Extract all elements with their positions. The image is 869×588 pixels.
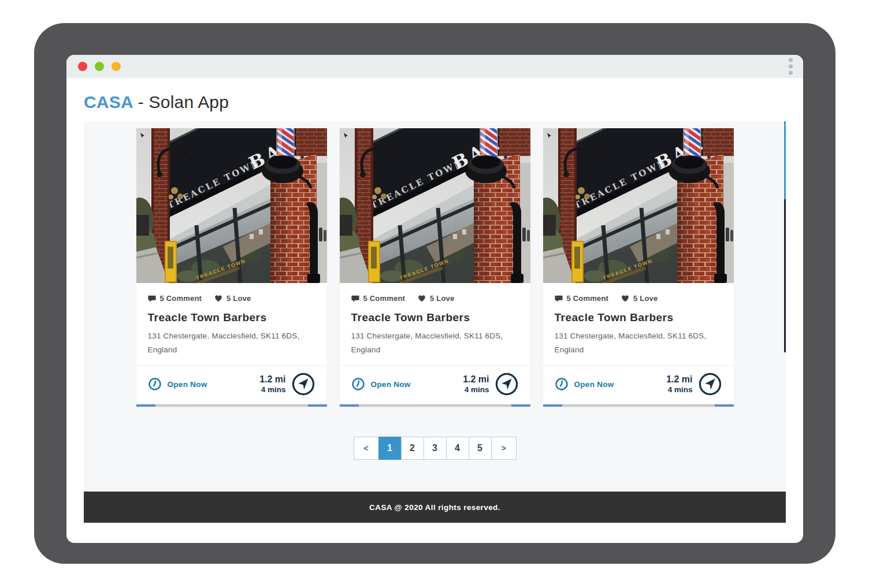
traffic-light-close-button[interactable] [78,62,87,71]
card-scrollbar[interactable] [340,404,530,407]
pagination-page-4[interactable]: 4 [446,437,469,460]
eta-value: 4 mins [259,385,285,395]
loves-stat[interactable]: 5 Love [214,294,251,303]
open-now-badge[interactable]: Open Now [555,377,614,391]
corner-bricks [499,128,530,156]
comments-stat[interactable]: 5 Comment [555,294,609,303]
content-area: TREACLE TOWN BARBERS TREACLE TOWN [84,121,786,492]
card-footer: Open Now 1.2 mi 4 mins [136,365,327,404]
loves-stat[interactable]: 5 Love [418,294,454,303]
comments-stat[interactable]: 5 Comment [148,294,202,303]
copyright-text: CASA @ 2020 All rights reserved. [369,503,500,512]
navigation-icon[interactable] [698,372,722,396]
corner-bricks [296,128,327,156]
comment-icon [148,295,156,303]
venue-photo[interactable]: TREACLE TOWN BARBERS TREACLE TOWN [340,128,530,283]
venue-card: TREACLE TOWN BARBERS TREACLE TOWN [136,128,327,407]
pagination: < 1 2 3 4 5 > [84,437,786,460]
vending-machine [369,241,380,282]
card-scrollbar-thumb-right[interactable] [715,404,734,407]
open-now-label: Open Now [574,380,614,389]
card-scrollbar-thumb-left[interactable] [340,404,359,407]
street-right [723,163,734,283]
venue-card-list: TREACLE TOWN BARBERS TREACLE TOWN [84,121,786,407]
window-menu-icon[interactable] [789,58,793,75]
window-body: CASA- Solan App [66,78,803,523]
loves-stat[interactable]: 5 Love [621,294,658,303]
navigation-icon[interactable] [291,372,315,396]
venue-photo[interactable]: TREACLE TOWN BARBERS TREACLE TOWN [543,128,734,283]
loves-label: 5 Love [226,294,251,303]
distance-value: 1.2 mi [666,374,692,385]
comment-icon [555,295,563,303]
pagination-page-5[interactable]: 5 [469,437,492,460]
pagination-prev-button[interactable]: < [354,437,379,460]
eta-value: 4 mins [463,385,489,395]
open-now-label: Open Now [371,380,411,389]
browser-window: CASA- Solan App [66,55,803,543]
card-footer: Open Now 1.2 mi 4 mins [543,365,734,404]
pagination-page-3[interactable]: 3 [424,437,447,460]
street-right [317,163,327,283]
card-scrollbar-thumb-left[interactable] [136,404,155,407]
venue-card: TREACLE TOWN BARBERS TREACLE TOWN [340,128,530,407]
card-scrollbar[interactable] [136,404,327,407]
venue-title[interactable]: Treacle Town Barbers [555,311,722,324]
pagination-page-2[interactable]: 2 [401,437,424,460]
vertical-scrollbar-segment-dark[interactable] [784,199,786,352]
distance-text: 1.2 mi 4 mins [463,374,489,394]
storefront-photo-illustration: TREACLE TOWN BARBERS TREACLE TOWN [340,128,530,283]
card-scrollbar-thumb-right[interactable] [511,404,530,407]
pagination-page-1[interactable]: 1 [378,437,402,460]
storefront-photo-illustration: TREACLE TOWN BARBERS TREACLE TOWN [136,128,327,283]
street-right [520,163,530,283]
distance-text: 1.2 mi 4 mins [666,374,692,394]
distance-block: 1.2 mi 4 mins [463,372,518,396]
distance-value: 1.2 mi [259,374,285,385]
venue-photo[interactable]: TREACLE TOWN BARBERS TREACLE TOWN [136,128,327,283]
card-body: 5 Comment 5 Love Treacle Town Barbers 13… [340,283,530,356]
eta-value: 4 mins [666,385,692,395]
vertical-scrollbar-segment-blue[interactable] [784,121,786,199]
card-body: 5 Comment 5 Love Treacle Town Barbers 13… [136,283,327,356]
corner-bricks [703,128,734,156]
clock-icon [148,377,162,391]
pagination-next-button[interactable]: > [491,437,517,460]
vertical-scrollbar[interactable] [784,121,786,352]
browser-chrome [66,55,803,78]
distance-value: 1.2 mi [463,374,489,385]
clock-icon [555,377,569,391]
distance-block: 1.2 mi 4 mins [666,372,722,396]
card-meta: 5 Comment 5 Love [555,294,722,303]
device-frame: CASA- Solan App [34,23,835,564]
open-now-badge[interactable]: Open Now [148,377,207,391]
traffic-light-zoom-button[interactable] [112,62,121,71]
vending-machine [165,241,176,282]
page-subtitle: - Solan App [138,92,229,111]
navigation-icon[interactable] [495,372,519,396]
traffic-light-minimize-button[interactable] [95,62,104,71]
venue-title[interactable]: Treacle Town Barbers [351,311,519,324]
loves-label: 5 Love [430,294,454,303]
comments-label: 5 Comment [363,294,406,303]
open-now-badge[interactable]: Open Now [351,377,411,391]
card-meta: 5 Comment 5 Love [351,294,519,303]
vending-machine [572,241,583,282]
card-scrollbar[interactable] [543,404,734,407]
storefront-photo-illustration: TREACLE TOWN BARBERS TREACLE TOWN [543,128,734,283]
page-title: CASA- Solan App [84,78,786,121]
card-body: 5 Comment 5 Love Treacle Town Barbers 13… [543,283,734,356]
loves-label: 5 Love [633,294,658,303]
distance-text: 1.2 mi 4 mins [259,374,285,394]
card-scrollbar-thumb-right[interactable] [308,404,327,407]
comments-label: 5 Comment [160,294,202,303]
heart-icon [418,295,426,303]
footer: CASA @ 2020 All rights reserved. [84,492,786,523]
card-scrollbar-thumb-left[interactable] [543,404,562,407]
comment-icon [351,295,359,303]
heart-icon [621,295,629,303]
venue-title[interactable]: Treacle Town Barbers [148,311,315,324]
open-now-label: Open Now [168,380,207,389]
comments-stat[interactable]: 5 Comment [351,294,406,303]
clock-icon [351,377,365,391]
